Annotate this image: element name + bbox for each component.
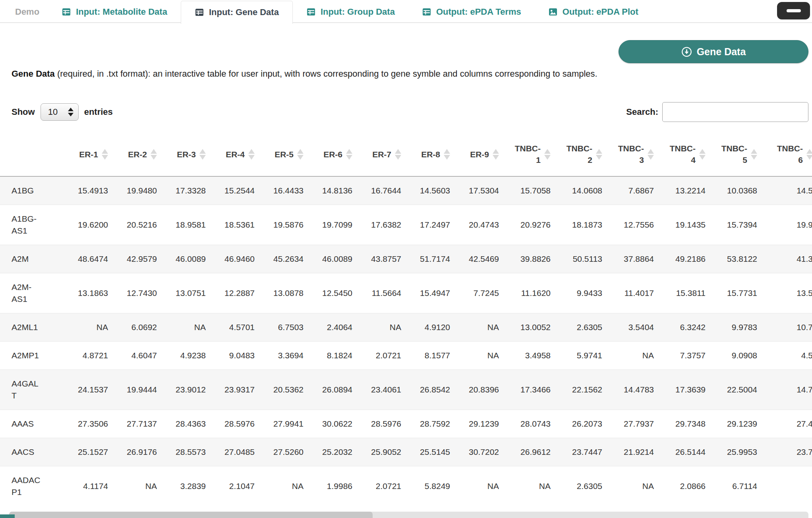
value-cell: 28.0743 [504, 410, 555, 438]
value-cell: 3.2839 [162, 466, 211, 506]
gene-name-cell: A2M [0, 245, 64, 273]
collapse-button[interactable] [777, 2, 810, 19]
value-cell: 5.8249 [406, 466, 455, 506]
value-cell: 8.1824 [308, 342, 357, 370]
value-cell: 16.7644 [357, 176, 406, 205]
column-header-label: ER-4 [226, 149, 245, 160]
value-cell: 13.0878 [259, 273, 308, 313]
table-row: AAAS27.350627.713728.436328.597627.99413… [0, 410, 812, 438]
sort-icon [699, 149, 706, 160]
column-header-tnbc-1[interactable]: TNBC- 1 [504, 132, 555, 176]
column-header-tnbc-3[interactable]: TNBC- 3 [607, 132, 659, 176]
column-header-tnbc-6[interactable]: TNBC- 6 [762, 132, 812, 176]
column-header-er-3[interactable]: ER-3 [162, 132, 211, 176]
tab-output-epda-terms[interactable]: Output: ePDA Terms [408, 1, 535, 23]
value-cell: 6.7503 [259, 313, 308, 342]
value-cell: 28.5976 [357, 410, 406, 438]
table-icon [195, 8, 204, 17]
value-cell: 27.7137 [113, 410, 162, 438]
column-header-er-9[interactable]: ER-9 [455, 132, 504, 176]
column-header-er-6[interactable]: ER-6 [308, 132, 357, 176]
show-label: Show [12, 107, 35, 117]
column-header-label: TNBC- 3 [618, 143, 644, 166]
value-cell: 7.6867 [607, 176, 659, 205]
value-cell: 28.4363 [162, 410, 211, 438]
value-cell: 2.4064 [308, 313, 357, 342]
value-cell: 20.5362 [259, 370, 308, 410]
value-cell: 37.8864 [607, 245, 659, 273]
tab-input-metabolite-data[interactable]: Input: Metabolite Data [48, 1, 181, 23]
tab-demo[interactable]: Demo [6, 1, 48, 23]
gene-data-download-button[interactable]: Gene Data [619, 40, 808, 63]
value-cell: 26.9612 [504, 438, 555, 466]
column-header-er-8[interactable]: ER-8 [406, 132, 455, 176]
value-cell: 17.3639 [659, 370, 710, 410]
download-icon [681, 46, 692, 57]
spinner-icon [68, 108, 73, 116]
tab-label: Output: ePDA Plot [563, 7, 638, 17]
sort-icon [151, 149, 157, 160]
value-cell: 19.1435 [659, 205, 710, 245]
table-icon [306, 7, 316, 17]
download-button-label: Gene Data [697, 46, 746, 58]
value-cell: 28.7592 [406, 410, 455, 438]
row-header-column [0, 132, 64, 176]
column-header-er-5[interactable]: ER-5 [259, 132, 308, 176]
value-cell: 13.0751 [162, 273, 211, 313]
column-header-tnbc-5[interactable]: TNBC- 5 [710, 132, 762, 176]
tab-label: Input: Metabolite Data [76, 7, 167, 17]
search-input[interactable] [662, 102, 808, 122]
column-header-er-4[interactable]: ER-4 [211, 132, 259, 176]
value-cell: 25.2032 [308, 438, 357, 466]
column-header-tnbc-2[interactable]: TNBC- 2 [555, 132, 607, 176]
value-cell: 46.0089 [308, 245, 357, 273]
gene-table: ER-1ER-2ER-3ER-4ER-5ER-6ER-7ER-8ER-9TNBC… [0, 132, 812, 506]
value-cell: 19.9444 [113, 370, 162, 410]
gene-name-cell: A1BG [0, 176, 64, 205]
value-cell: 45.2634 [259, 245, 308, 273]
value-cell: 30.7202 [455, 438, 504, 466]
value-cell: 50.5113 [555, 245, 607, 273]
value-cell: 2.6305 [555, 466, 607, 506]
column-header-er-2[interactable]: ER-2 [113, 132, 162, 176]
description: Gene Data (required, in .txt format): an… [12, 69, 800, 79]
value-cell: 42.5469 [455, 245, 504, 273]
bottom-partial-element [0, 514, 15, 518]
table-row: A2MP14.87214.60474.92389.04833.36948.182… [0, 342, 812, 370]
tab-output-epda-plot[interactable]: Output: ePDA Plot [535, 1, 652, 23]
value-cell: 4.1174 [64, 466, 113, 506]
value-cell: NA [162, 313, 211, 342]
value-cell: 8.1577 [406, 342, 455, 370]
value-cell: 24.1537 [64, 370, 113, 410]
value-cell: 27.0485 [211, 438, 259, 466]
value-cell: 23.7 [762, 438, 812, 466]
column-header-tnbc-4[interactable]: TNBC- 4 [659, 132, 710, 176]
page-length-value: 10 [48, 107, 58, 117]
value-cell: 14.4783 [607, 370, 659, 410]
page-length-select[interactable]: 10 [41, 103, 79, 121]
value-cell: 18.5361 [211, 205, 259, 245]
column-header-label: ER-6 [323, 149, 342, 160]
value-cell: NA [607, 466, 659, 506]
value-cell: 4.9120 [406, 313, 455, 342]
value-cell: 42.9579 [113, 245, 162, 273]
value-cell: 15.4947 [406, 273, 455, 313]
value-cell: 22.1562 [555, 370, 607, 410]
value-cell: 17.3466 [504, 370, 555, 410]
column-header-er-7[interactable]: ER-7 [357, 132, 406, 176]
tab-input-gene-data[interactable]: Input: Gene Data [181, 1, 293, 24]
scrollbar-thumb[interactable] [9, 512, 373, 518]
value-cell: 17.5304 [455, 176, 504, 205]
value-cell: 13.2214 [659, 176, 710, 205]
value-cell: 12.5450 [308, 273, 357, 313]
value-cell: 20.9276 [504, 205, 555, 245]
column-header-label: ER-2 [128, 149, 147, 160]
sort-icon [751, 149, 757, 160]
value-cell: 49.2186 [659, 245, 710, 273]
tab-input-group-data[interactable]: Input: Group Data [293, 1, 408, 23]
value-cell: 1.9986 [308, 466, 357, 506]
column-header-er-1[interactable]: ER-1 [64, 132, 113, 176]
value-cell: 9.9433 [555, 273, 607, 313]
entries-label: entries [84, 107, 113, 117]
value-cell: 27.9941 [259, 410, 308, 438]
